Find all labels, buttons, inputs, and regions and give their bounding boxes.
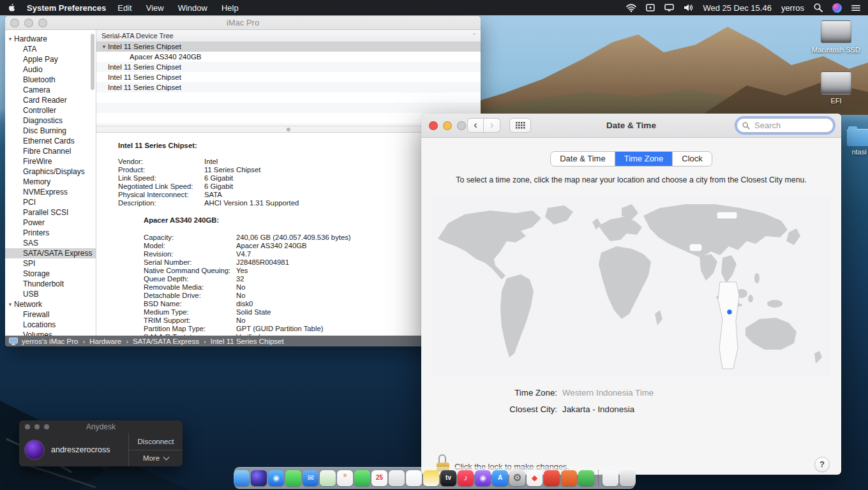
sidebar-item-pci[interactable]: PCI <box>5 197 96 207</box>
device-tree-row[interactable]: Intel 11 Series Chipset <box>96 62 481 72</box>
sidebar-item-firewire[interactable]: FireWire <box>5 156 96 167</box>
dock-icon-finder[interactable] <box>234 470 250 486</box>
help-button[interactable]: ? <box>814 457 830 472</box>
breadcrumb-item[interactable]: SATA/SATA Express <box>121 338 199 345</box>
device-tree-row[interactable]: Intel 11 Series Chipset <box>96 72 481 82</box>
menu-item-view[interactable]: View <box>146 3 164 13</box>
dock-icon-document-app[interactable] <box>602 470 618 486</box>
dock-icon-photos[interactable]: * <box>337 470 353 486</box>
sidebar-item-thunderbolt[interactable]: Thunderbolt <box>5 279 96 289</box>
tab-date-time[interactable]: Date & Time <box>551 152 615 166</box>
disclosure-triangle-icon[interactable] <box>6 36 14 42</box>
window-titlebar[interactable]: ‹ › Date & Time <box>421 114 841 138</box>
sidebar-item-diagnostics[interactable]: Diagnostics <box>5 115 96 126</box>
disconnect-button[interactable]: Disconnect <box>129 433 183 450</box>
more-button[interactable]: More <box>129 450 183 467</box>
sidebar-scrollbar[interactable] <box>91 34 94 90</box>
device-tree-row-label: Apacer AS340 240GB <box>130 53 202 61</box>
desktop-icon-partial-folder[interactable]: ntasi <box>844 129 868 156</box>
dock-icon-music[interactable]: ♪ <box>458 470 474 486</box>
sidebar-item-nvmexpress[interactable]: NVMExpress <box>5 187 96 197</box>
avatar <box>24 440 45 460</box>
user-menu[interactable]: yerros <box>781 3 804 13</box>
sidebar-item-firewall[interactable]: Firewall <box>5 309 96 320</box>
dock-icon-podcasts[interactable]: ◉ <box>475 470 491 486</box>
sidebar-item-bluetooth[interactable]: Bluetooth <box>5 75 96 85</box>
sidebar-item-ata[interactable]: ATA <box>5 44 96 54</box>
sidebar-item-locations[interactable]: Locations <box>5 320 96 330</box>
apple-menu[interactable] <box>8 3 15 12</box>
app-menu-title[interactable]: System Preferences <box>27 3 106 13</box>
device-tree-row[interactable]: Intel 11 Series Chipset <box>96 41 481 52</box>
display-icon[interactable] <box>664 4 674 11</box>
device-tree-row[interactable]: Intel 11 Series Chipset <box>96 82 481 93</box>
sidebar-item-usb[interactable]: USB <box>5 289 96 299</box>
sidebar-item-storage[interactable]: Storage <box>5 269 96 279</box>
window-titlebar[interactable]: iMac Pro <box>5 16 481 30</box>
sidebar-item-camera[interactable]: Camera <box>5 85 96 95</box>
notification-center-icon[interactable] <box>851 4 860 11</box>
sidebar-item-card-reader[interactable]: Card Reader <box>5 95 96 105</box>
menu-item-window[interactable]: Window <box>178 3 207 13</box>
dock-icon-mail[interactable]: ✉ <box>303 470 318 486</box>
sidebar-item-controller[interactable]: Controller <box>5 105 96 115</box>
dock-icon-siri[interactable] <box>251 470 267 486</box>
sidebar-item-graphics-displays[interactable]: Graphics/Displays <box>5 167 96 177</box>
dock-icon-system-preferences[interactable]: ⚙ <box>509 470 525 486</box>
menu-bar-clock[interactable]: Wed 25 Dec 15.46 <box>703 3 771 13</box>
dock-icon-facetime[interactable] <box>354 470 370 486</box>
menu-item-help[interactable]: Help <box>221 3 239 13</box>
dock-icon-safari[interactable]: ◉ <box>268 470 284 486</box>
dock-icon-calendar[interactable]: 25 <box>371 470 387 486</box>
breadcrumb-item[interactable]: Hardware <box>78 338 121 345</box>
sidebar-item-audio[interactable]: Audio <box>5 64 96 75</box>
sidebar-item-fibre-channel[interactable]: Fibre Channel <box>5 146 96 156</box>
search-field[interactable] <box>737 118 834 133</box>
sidebar-item-ethernet-cards[interactable]: Ethernet Cards <box>5 136 96 146</box>
search-input[interactable] <box>753 120 828 131</box>
sidebar-item-apple-pay[interactable]: Apple Pay <box>5 54 96 64</box>
closest-city-value[interactable]: Jakarta - Indonesia <box>562 405 634 414</box>
breadcrumb-item[interactable]: Intel 11 Series Chipset <box>199 338 284 345</box>
sidebar-item-printers[interactable]: Printers <box>5 228 96 238</box>
device-tree-row[interactable]: Apacer AS340 240GB <box>96 52 481 62</box>
window-titlebar[interactable]: Anydesk <box>19 420 183 433</box>
breadcrumb-item[interactable]: yerros's iMac Pro <box>22 338 78 345</box>
dock-icon-green-app[interactable] <box>578 470 594 486</box>
sidebar-item-parallel-scsi[interactable]: Parallel SCSI <box>5 207 96 218</box>
sidebar-item-sata-sata-express[interactable]: SATA/SATA Express <box>5 248 96 258</box>
dock-icon-messages[interactable] <box>285 470 301 486</box>
volume-icon[interactable] <box>684 4 693 11</box>
disclosure-triangle-icon[interactable] <box>100 44 108 50</box>
sidebar-item-volumes[interactable]: Volumes <box>5 330 96 336</box>
dock-icon-orange-app[interactable] <box>561 470 577 486</box>
dock-icon-maps[interactable] <box>320 470 336 486</box>
siri-icon[interactable] <box>832 3 842 13</box>
sidebar-item-memory[interactable]: Memory <box>5 177 96 187</box>
dock-icon-reminders[interactable] <box>406 470 422 486</box>
menu-item-edit[interactable]: Edit <box>117 3 131 13</box>
dock-icon-notes[interactable] <box>423 470 439 486</box>
spotlight-search-icon[interactable] <box>814 3 823 12</box>
dock-icon-tv[interactable]: tv <box>440 470 456 486</box>
dock-icon-app-store[interactable]: A <box>492 470 508 486</box>
tab-time-zone[interactable]: Time Zone <box>615 152 673 166</box>
dock-icon-trash[interactable] <box>620 470 636 486</box>
desktop-icon-efi[interactable]: EFI <box>807 71 865 105</box>
scroll-up-icon[interactable]: ˆ <box>473 31 475 42</box>
world-map[interactable] <box>431 197 831 376</box>
sidebar-item-disc-burning[interactable]: Disc Burning <box>5 126 96 136</box>
desktop-icon-macintosh-ssd[interactable]: Macintosh SSD <box>807 20 865 54</box>
wifi-icon[interactable] <box>626 4 636 12</box>
dock-icon-anydesk[interactable]: ◆ <box>527 470 542 486</box>
sidebar-item-network[interactable]: Network <box>5 299 96 309</box>
sidebar-item-hardware[interactable]: Hardware <box>5 34 96 44</box>
sidebar-item-spi[interactable]: SPI <box>5 258 96 269</box>
dock-icon-red-app[interactable] <box>544 470 560 486</box>
disclosure-triangle-icon[interactable] <box>6 302 14 308</box>
sidebar-item-power[interactable]: Power <box>5 218 96 228</box>
sidebar-item-sas[interactable]: SAS <box>5 238 96 248</box>
tab-clock[interactable]: Clock <box>672 152 712 166</box>
screen-sharing-icon[interactable] <box>646 4 655 11</box>
dock-icon-contacts[interactable] <box>389 470 405 486</box>
